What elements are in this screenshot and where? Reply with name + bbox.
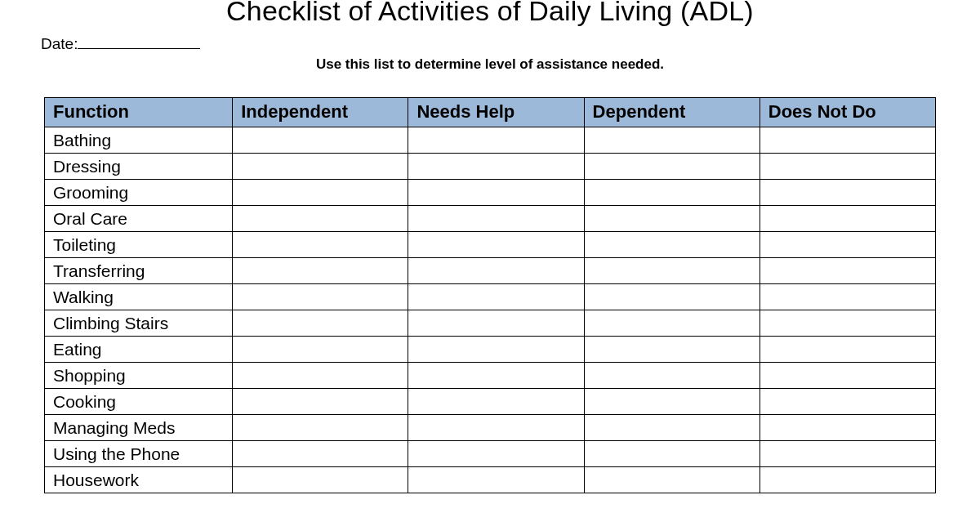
assessment-cell[interactable] <box>760 232 935 258</box>
assessment-cell[interactable] <box>760 206 935 232</box>
assessment-cell[interactable] <box>584 310 760 337</box>
table-row: Shopping <box>45 363 936 389</box>
function-cell: Managing Meds <box>45 415 233 441</box>
assessment-cell[interactable] <box>408 180 584 206</box>
assessment-cell[interactable] <box>233 389 408 415</box>
assessment-cell[interactable] <box>584 127 760 154</box>
table-row: Cooking <box>45 389 936 415</box>
table-row: Transferring <box>45 258 936 284</box>
table-row: Oral Care <box>45 206 936 232</box>
assessment-cell[interactable] <box>408 127 584 154</box>
assessment-cell[interactable] <box>408 284 584 310</box>
table-body: BathingDressingGroomingOral CareToiletin… <box>45 127 936 493</box>
adl-table: Function Independent Needs Help Dependen… <box>44 97 936 493</box>
document-page: Checklist of Activities of Daily Living … <box>0 0 980 493</box>
table-row: Using the Phone <box>45 441 936 467</box>
assessment-cell[interactable] <box>584 363 760 389</box>
assessment-cell[interactable] <box>408 363 584 389</box>
assessment-cell[interactable] <box>584 441 760 467</box>
assessment-cell[interactable] <box>233 206 408 232</box>
assessment-cell[interactable] <box>760 258 935 284</box>
assessment-cell[interactable] <box>408 441 584 467</box>
assessment-cell[interactable] <box>233 467 408 493</box>
table-row: Toileting <box>45 232 936 258</box>
table-row: Managing Meds <box>45 415 936 441</box>
function-cell: Shopping <box>45 363 233 389</box>
assessment-cell[interactable] <box>233 127 408 154</box>
assessment-cell[interactable] <box>760 180 935 206</box>
assessment-cell[interactable] <box>408 389 584 415</box>
date-label: Date: <box>41 35 78 52</box>
assessment-cell[interactable] <box>233 441 408 467</box>
assessment-cell[interactable] <box>233 258 408 284</box>
assessment-cell[interactable] <box>233 232 408 258</box>
function-cell: Dressing <box>45 154 233 180</box>
function-cell: Transferring <box>45 258 233 284</box>
assessment-cell[interactable] <box>408 258 584 284</box>
assessment-cell[interactable] <box>584 284 760 310</box>
assessment-cell[interactable] <box>233 310 408 337</box>
function-cell: Using the Phone <box>45 441 233 467</box>
table-header-row: Function Independent Needs Help Dependen… <box>45 98 936 127</box>
col-header-dependent: Dependent <box>584 98 760 127</box>
assessment-cell[interactable] <box>408 310 584 337</box>
assessment-cell[interactable] <box>408 206 584 232</box>
assessment-cell[interactable] <box>233 284 408 310</box>
function-cell: Eating <box>45 337 233 363</box>
assessment-cell[interactable] <box>408 337 584 363</box>
assessment-cell[interactable] <box>584 206 760 232</box>
table-row: Walking <box>45 284 936 310</box>
table-row: Eating <box>45 337 936 363</box>
col-header-needs-help: Needs Help <box>408 98 584 127</box>
assessment-cell[interactable] <box>760 310 935 337</box>
assessment-cell[interactable] <box>584 389 760 415</box>
function-cell: Cooking <box>45 389 233 415</box>
assessment-cell[interactable] <box>408 415 584 441</box>
col-header-does-not-do: Does Not Do <box>760 98 935 127</box>
assessment-cell[interactable] <box>584 232 760 258</box>
assessment-cell[interactable] <box>760 363 935 389</box>
table-row: Bathing <box>45 127 936 154</box>
assessment-cell[interactable] <box>760 415 935 441</box>
assessment-cell[interactable] <box>760 441 935 467</box>
function-cell: Walking <box>45 284 233 310</box>
assessment-cell[interactable] <box>408 154 584 180</box>
assessment-cell[interactable] <box>760 284 935 310</box>
function-cell: Bathing <box>45 127 233 154</box>
assessment-cell[interactable] <box>584 337 760 363</box>
col-header-function: Function <box>45 98 233 127</box>
assessment-cell[interactable] <box>584 415 760 441</box>
assessment-cell[interactable] <box>233 415 408 441</box>
table-row: Housework <box>45 467 936 493</box>
assessment-cell[interactable] <box>584 154 760 180</box>
assessment-cell[interactable] <box>233 337 408 363</box>
table-row: Grooming <box>45 180 936 206</box>
assessment-cell[interactable] <box>584 180 760 206</box>
function-cell: Housework <box>45 467 233 493</box>
function-cell: Oral Care <box>45 206 233 232</box>
assessment-cell[interactable] <box>760 337 935 363</box>
function-cell: Grooming <box>45 180 233 206</box>
assessment-cell[interactable] <box>233 180 408 206</box>
date-input-line[interactable] <box>78 38 200 49</box>
assessment-cell[interactable] <box>233 363 408 389</box>
assessment-cell[interactable] <box>408 232 584 258</box>
function-cell: Toileting <box>45 232 233 258</box>
function-cell: Climbing Stairs <box>45 310 233 337</box>
assessment-cell[interactable] <box>760 127 935 154</box>
assessment-cell[interactable] <box>584 258 760 284</box>
assessment-cell[interactable] <box>233 154 408 180</box>
page-title: Checklist of Activities of Daily Living … <box>41 0 939 27</box>
assessment-cell[interactable] <box>760 389 935 415</box>
page-subtitle: Use this list to determine level of assi… <box>41 56 939 73</box>
assessment-cell[interactable] <box>584 467 760 493</box>
assessment-cell[interactable] <box>760 467 935 493</box>
assessment-cell[interactable] <box>760 154 935 180</box>
table-row: Climbing Stairs <box>45 310 936 337</box>
date-field-row: Date: <box>41 35 939 53</box>
col-header-independent: Independent <box>233 98 408 127</box>
assessment-cell[interactable] <box>408 467 584 493</box>
table-row: Dressing <box>45 154 936 180</box>
